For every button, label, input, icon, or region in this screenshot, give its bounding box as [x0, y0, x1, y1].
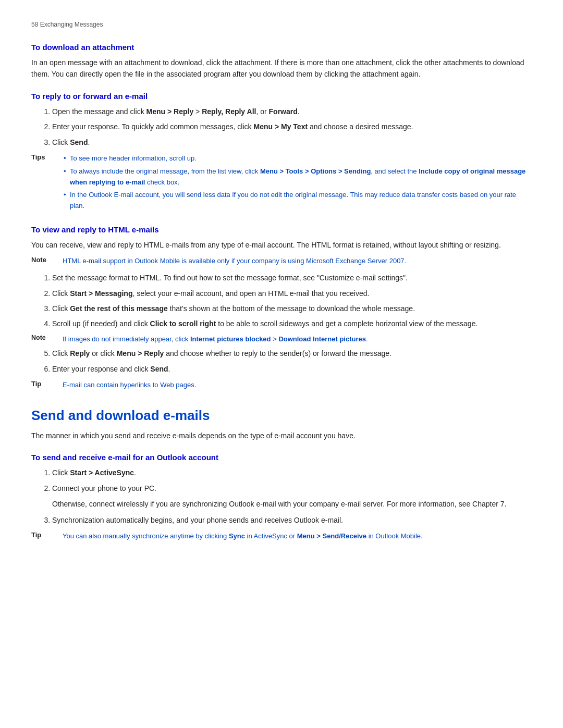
subsection-outlook: To send and receive e-mail for an Outloo… — [31, 453, 532, 541]
send-download-body: The manner in which you send and receive… — [31, 430, 532, 441]
outlook-step-1: Click Start > ActiveSync. — [52, 467, 532, 478]
page-header: 58 Exchanging Messages — [31, 21, 532, 28]
section-download-attachment: To download an attachment In an open mes… — [31, 43, 532, 80]
inline-note-content: If images do not immediately appear, cli… — [63, 334, 532, 345]
reply-step-1: Open the message and click Menu > Reply … — [52, 106, 532, 117]
html-steps2-list: Click Reply or click Menu > Reply and ch… — [52, 348, 532, 375]
html-body: You can receive, view and reply to HTML … — [31, 239, 532, 251]
tip-label-outlook: Tip — [31, 531, 63, 539]
download-body: In an open message with an attachment to… — [31, 57, 532, 80]
html-step-5: Click Reply or click Menu > Reply and ch… — [52, 348, 532, 359]
note-content-html: HTML e-mail support in Outlook Mobile is… — [63, 256, 532, 267]
section-heading-html: To view and reply to HTML e-mails — [31, 225, 532, 234]
html-step-6: Enter your response and click Send. — [52, 363, 532, 375]
reply-steps-list: Open the message and click Menu > Reply … — [52, 106, 532, 148]
section-view-html: To view and reply to HTML e-mails You ca… — [31, 225, 532, 391]
subsection-outlook-heading: To send and receive e-mail for an Outloo… — [31, 453, 532, 462]
tips-block-reply: Tips To see more header information, scr… — [31, 153, 532, 214]
tip-item-1: To see more header information, scroll u… — [63, 153, 532, 164]
outlook-steps-list: Click Start > ActiveSync. Connect your p… — [52, 467, 532, 494]
section-reply-forward: To reply to or forward an e-mail Open th… — [31, 92, 532, 214]
tip-item-2: To always include the original message, … — [63, 166, 532, 188]
html-steps-list: Set the message format to HTML. To find … — [52, 272, 532, 330]
note-block-html: Note HTML e-mail support in Outlook Mobi… — [31, 256, 532, 267]
section-heading-reply: To reply to or forward an e-mail — [31, 92, 532, 101]
outlook-steps2-list: Synchronization automatically begins, an… — [52, 514, 532, 526]
section-send-download: Send and download e-mails The manner in … — [31, 408, 532, 542]
tips-label: Tips — [31, 153, 63, 161]
html-step-1: Set the message format to HTML. To find … — [52, 272, 532, 283]
inline-note-images: Note If images do not immediately appear… — [31, 334, 532, 345]
tip-block-outlook: Tip You can also manually synchronize an… — [31, 531, 532, 542]
inline-note-label: Note — [31, 334, 63, 341]
tip-content-html: E-mail can contain hyperlinks to Web pag… — [63, 380, 532, 391]
tip-block-html: Tip E-mail can contain hyperlinks to Web… — [31, 380, 532, 391]
big-section-heading: Send and download e-mails — [31, 408, 532, 424]
tip-content-outlook: You can also manually synchronize anytim… — [63, 531, 532, 542]
outlook-step-2: Connect your phone to your PC. — [52, 483, 532, 494]
outlook-step-3: Synchronization automatically begins, an… — [52, 514, 532, 526]
outlook-interstitial: Otherwise, connect wirelessly if you are… — [52, 498, 532, 510]
reply-step-2: Enter your response. To quickly add comm… — [52, 121, 532, 132]
section-heading-download: To download an attachment — [31, 43, 532, 52]
reply-step-3: Click Send. — [52, 137, 532, 148]
tips-content-reply: To see more header information, scroll u… — [63, 153, 532, 214]
html-step-3: Click Get the rest of this message that'… — [52, 303, 532, 314]
html-step-4: Scroll up (if needed) and click Click to… — [52, 318, 532, 329]
tip-label-html: Tip — [31, 380, 63, 388]
note-label-html: Note — [31, 256, 63, 264]
tip-item-3: In the Outlook E-mail account, you will … — [63, 190, 532, 212]
html-step-2: Click Start > Messaging, select your e-m… — [52, 288, 532, 299]
